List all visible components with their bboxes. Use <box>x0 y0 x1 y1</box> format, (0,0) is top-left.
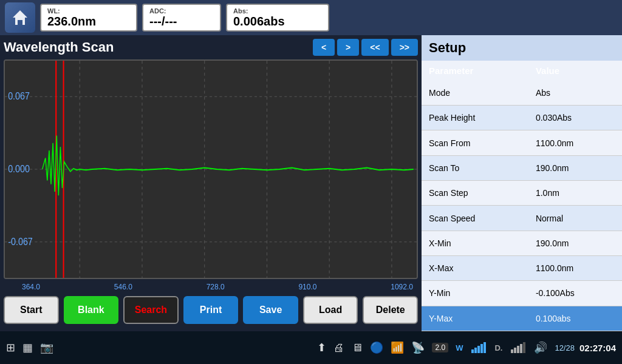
setup-row[interactable]: Scan SpeedNormal <box>422 206 622 231</box>
d-label: D. <box>494 343 502 352</box>
setup-param: X-Max <box>422 255 528 280</box>
load-button[interactable]: Load <box>303 296 358 324</box>
adc-display: ADC: ---/--- <box>142 4 221 32</box>
nav-next-button[interactable]: > <box>337 39 359 56</box>
setup-row[interactable]: X-Min190.0nm <box>422 231 622 255</box>
save-button[interactable]: Save <box>243 296 298 324</box>
main-area: Wavelength Scan < > << >> <box>0 35 622 331</box>
d-bar <box>511 342 525 353</box>
setup-value: 0.030Abs <box>528 106 622 130</box>
wl-display: WL: 236.0nm <box>40 4 137 32</box>
setup-param: Scan Speed <box>422 206 528 231</box>
setup-value: 0.100abs <box>528 306 622 331</box>
chart-title: Wavelength Scan <box>4 39 114 55</box>
nav-next-far-button[interactable]: >> <box>391 39 418 56</box>
camera-icon[interactable]: 📷 <box>40 341 53 354</box>
setup-param: Peak Height <box>422 106 528 130</box>
setup-value: 1.0nm <box>528 181 622 206</box>
svg-marker-0 <box>13 10 27 25</box>
wl-label: WL: <box>47 7 130 15</box>
left-panel: Wavelength Scan < > << >> <box>0 35 422 331</box>
datetime-display: 12/28 02:27:04 <box>555 343 616 353</box>
taskbar-time: 02:27:04 <box>579 343 616 353</box>
setup-param: Scan From <box>422 130 528 155</box>
bluetooth-icon[interactable]: 🔵 <box>370 341 383 354</box>
chart-header: Wavelength Scan < > << >> <box>4 39 418 56</box>
taskbar-date: 12/28 <box>555 343 575 352</box>
blank-button[interactable]: Blank <box>64 296 119 324</box>
chart-area: 0.067 0.000 -0.067 <box>4 59 418 279</box>
col-param-header: Parameter <box>422 61 528 81</box>
col-value-header: Value <box>528 61 622 81</box>
signal-icon[interactable]: 📡 <box>411 341 425 354</box>
setup-row[interactable]: Scan To190.0nm <box>422 155 622 180</box>
x-label-5: 1092.0 <box>391 283 413 291</box>
setup-value: -0.100Abs <box>528 281 622 306</box>
w-bar <box>471 342 486 353</box>
adc-value: ---/--- <box>149 15 214 29</box>
setup-title: Setup <box>422 35 622 61</box>
nav-prev-button[interactable]: < <box>313 39 335 56</box>
setup-row[interactable]: ModeAbs <box>422 81 622 106</box>
wifi-icon[interactable]: 📶 <box>391 341 404 354</box>
print-icon[interactable]: 🖨 <box>333 342 344 354</box>
w-label: W <box>456 343 463 352</box>
volume-icon[interactable]: 🔊 <box>534 341 547 354</box>
x-label-3: 728.0 <box>207 283 225 291</box>
setup-value: Abs <box>528 81 622 106</box>
share-icon[interactable]: ⬆ <box>317 341 326 354</box>
abs-display: Abs: 0.006abs <box>226 4 329 32</box>
grid-icon[interactable]: ▦ <box>22 341 33 354</box>
setup-row[interactable]: X-Max1100.0nm <box>422 255 622 280</box>
taskbar: ⊞ ▦ 📷 ⬆ 🖨 🖥 🔵 📶 📡 2.0 W D. 🔊 12/28 02:27… <box>0 331 622 364</box>
action-buttons: Start Blank Search Print Save Load Delet… <box>4 292 418 328</box>
setup-row[interactable]: Peak Height0.030Abs <box>422 106 622 130</box>
setup-row[interactable]: Scan From1100.0nm <box>422 130 622 155</box>
setup-param: Scan Step <box>422 181 528 206</box>
setup-value: 1100.0nm <box>528 130 622 155</box>
chart-svg: 0.067 0.000 -0.067 <box>5 61 417 278</box>
setup-value: Normal <box>528 206 622 231</box>
header: WL: 236.0nm ADC: ---/--- Abs: 0.006abs <box>0 0 622 35</box>
setup-row[interactable]: Y-Min-0.100Abs <box>422 281 622 306</box>
wl-value: 236.0nm <box>47 15 130 29</box>
setup-table: Parameter Value ModeAbsPeak Height0.030A… <box>422 61 622 331</box>
home-button[interactable] <box>5 2 35 33</box>
abs-value: 0.006abs <box>233 15 322 29</box>
monitor-icon[interactable]: 🖥 <box>352 342 363 354</box>
version-badge: 2.0 <box>432 343 448 352</box>
svg-text:0.000: 0.000 <box>8 163 30 174</box>
print-button[interactable]: Print <box>183 296 239 324</box>
right-panel: Setup Parameter Value ModeAbsPeak Height… <box>422 35 622 331</box>
setup-row[interactable]: Y-Max0.100abs <box>422 306 622 331</box>
setup-param: Mode <box>422 81 528 106</box>
svg-text:-0.067: -0.067 <box>8 235 33 246</box>
setup-row[interactable]: Scan Step1.0nm <box>422 181 622 206</box>
setup-value: 190.0nm <box>528 231 622 255</box>
setup-param: Scan To <box>422 155 528 180</box>
nav-prev-far-button[interactable]: << <box>361 39 388 56</box>
setup-param: Y-Min <box>422 281 528 306</box>
x-label-2: 546.0 <box>114 283 132 291</box>
delete-button[interactable]: Delete <box>363 296 418 324</box>
start-button[interactable]: Start <box>4 296 59 324</box>
chart-navigation: < > << >> <box>313 39 418 56</box>
x-label-1: 364.0 <box>22 283 40 291</box>
setup-table-body: ModeAbsPeak Height0.030AbsScan From1100.… <box>422 81 622 331</box>
x-axis-labels: 364.0 546.0 728.0 910.0 1092.0 <box>4 281 418 292</box>
adc-label: ADC: <box>149 7 214 15</box>
setup-value: 1100.0nm <box>528 255 622 280</box>
apps-icon[interactable]: ⊞ <box>6 341 15 354</box>
setup-param: X-Min <box>422 231 528 255</box>
x-label-4: 910.0 <box>298 283 316 291</box>
abs-label: Abs: <box>233 7 322 15</box>
setup-value: 190.0nm <box>528 155 622 180</box>
svg-text:0.067: 0.067 <box>8 90 30 101</box>
setup-param: Y-Max <box>422 306 528 331</box>
search-button[interactable]: Search <box>123 296 179 324</box>
